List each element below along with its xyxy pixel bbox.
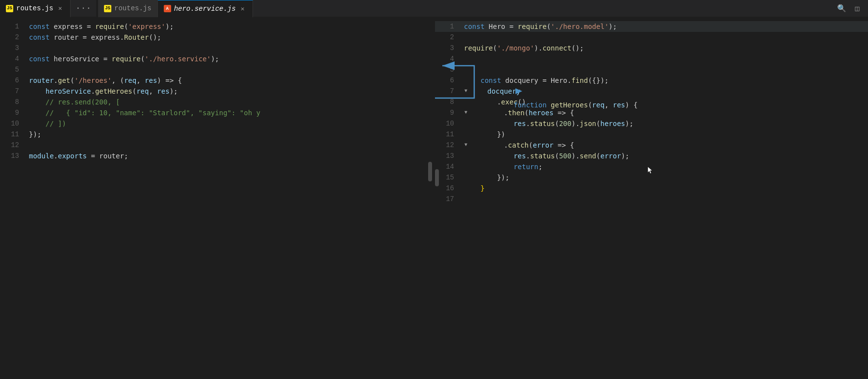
app-container: JS routes.js ✕ ··· JS routes.js A hero.s… bbox=[0, 0, 868, 379]
line-content bbox=[462, 32, 868, 43]
table-row: 8 // res.send(200, [ bbox=[0, 97, 433, 107]
right-code-area[interactable]: 1 const Hero = require('./hero.model'); … bbox=[435, 17, 868, 379]
line-number: 7 bbox=[435, 86, 462, 97]
line-content: }); bbox=[27, 129, 433, 140]
line-number: 9 bbox=[435, 107, 462, 118]
line-number: 5 bbox=[435, 64, 462, 75]
line-content: } bbox=[462, 183, 868, 194]
line-number: 16 bbox=[435, 183, 462, 194]
left-tab-label: routes.js bbox=[16, 4, 53, 12]
table-row: 9 // { "id": 10, "name": "Starlord", "sa… bbox=[0, 107, 433, 118]
line-number: 11 bbox=[0, 129, 27, 140]
line-content: res.status(200).json(heroes); bbox=[462, 118, 868, 129]
table-row: 6 router.get('/heroes', (req, res) => { bbox=[0, 75, 433, 86]
line-number: 6 bbox=[435, 75, 462, 86]
line-content: const Hero = require('./hero.model'); bbox=[462, 21, 868, 32]
left-scrollbar-track[interactable] bbox=[427, 17, 433, 379]
table-row: 5 bbox=[0, 64, 433, 75]
line-number: 10 bbox=[0, 118, 27, 129]
line-content bbox=[27, 43, 433, 53]
line-content: const heroService = require('./hero.serv… bbox=[27, 53, 433, 64]
hero-service-label: hero.service.js bbox=[174, 5, 236, 13]
editors-container: 1 const express = require('express'); 2 … bbox=[0, 17, 868, 379]
left-code-area[interactable]: 1 const express = require('express'); 2 … bbox=[0, 17, 433, 379]
collapse-icon-12[interactable]: ▼ bbox=[462, 140, 470, 151]
table-row: 1 const Hero = require('./hero.model'); bbox=[435, 21, 868, 32]
table-row: 4 const heroService = require('./hero.se… bbox=[0, 53, 433, 64]
line-content: .catch(error => { bbox=[470, 140, 868, 151]
line-content: res.status(500).send(error); bbox=[462, 151, 868, 161]
line-number: 9 bbox=[0, 107, 27, 118]
line-content: function getHeroes(req, res) { bbox=[462, 64, 868, 75]
tab-bar: JS routes.js ✕ ··· JS routes.js A hero.s… bbox=[0, 0, 868, 17]
arrow-indicator bbox=[513, 86, 524, 97]
table-row: 5 function getHeroes(req, res) { bbox=[435, 64, 868, 75]
line-number: 4 bbox=[0, 53, 27, 64]
table-row: 15 }); bbox=[435, 172, 868, 183]
line-content: const express = require('express'); bbox=[27, 21, 433, 32]
line-number: 11 bbox=[435, 129, 462, 140]
divider-scrollbar bbox=[435, 169, 439, 186]
line-number: 1 bbox=[0, 21, 27, 32]
left-tab-close[interactable]: ✕ bbox=[56, 4, 64, 12]
line-content bbox=[27, 64, 433, 75]
line-number: 12 bbox=[0, 140, 27, 151]
table-row: 10 // ]) bbox=[0, 118, 433, 129]
line-number: 3 bbox=[435, 43, 462, 53]
search-button[interactable]: 🔍 bbox=[835, 1, 848, 15]
js-icon-left: JS bbox=[6, 5, 13, 12]
line-number: 8 bbox=[435, 97, 462, 107]
table-row: 12 bbox=[0, 140, 433, 151]
table-row: 4 bbox=[435, 53, 868, 64]
table-row: 17 bbox=[435, 194, 868, 204]
right-tab-hero-service[interactable]: A hero.service.js ✕ bbox=[158, 0, 253, 17]
table-row: 11 }); bbox=[0, 129, 433, 140]
line-content bbox=[462, 194, 868, 204]
right-routes-label: routes.js bbox=[114, 4, 152, 12]
line-content: module.exports = router; bbox=[27, 151, 433, 161]
line-content: heroService.getHeroes(req, res); bbox=[27, 86, 433, 97]
line-number: 1 bbox=[435, 21, 462, 32]
line-number: 10 bbox=[435, 118, 462, 129]
line-number: 3 bbox=[0, 43, 27, 53]
line-number: 15 bbox=[435, 172, 462, 183]
table-row: 2 const router = express.Router(); bbox=[0, 32, 433, 43]
a-icon-hero-service: A bbox=[164, 5, 171, 12]
line-content: // ]) bbox=[27, 118, 433, 129]
right-editor-pane: 1 const Hero = require('./hero.model'); … bbox=[435, 17, 868, 379]
line-number: 6 bbox=[0, 75, 27, 86]
svg-marker-1 bbox=[515, 88, 522, 94]
line-content bbox=[462, 53, 868, 64]
line-content: const router = express.Router(); bbox=[27, 32, 433, 43]
table-row: 2 bbox=[435, 32, 868, 43]
line-number: 13 bbox=[0, 151, 27, 161]
table-row: 13 res.status(500).send(error); bbox=[435, 151, 868, 161]
table-row: 13 module.exports = router; bbox=[0, 151, 433, 161]
line-content: }); bbox=[462, 172, 868, 183]
table-row: 7 heroService.getHeroes(req, res); bbox=[0, 86, 433, 97]
table-row: 1 const express = require('express'); bbox=[0, 21, 433, 32]
tab-ellipsis[interactable]: ··· bbox=[71, 0, 96, 17]
right-tab-routes[interactable]: JS routes.js bbox=[98, 0, 158, 17]
line-content: docquery bbox=[470, 86, 868, 97]
left-tab-routes[interactable]: JS routes.js ✕ bbox=[0, 0, 71, 17]
table-row: 14 return; bbox=[435, 161, 868, 172]
line-number: 8 bbox=[0, 97, 27, 107]
left-editor-pane: 1 const express = require('express'); 2 … bbox=[0, 17, 433, 379]
line-number: 5 bbox=[0, 64, 27, 75]
line-content: router.get('/heroes', (req, res) => { bbox=[27, 75, 433, 86]
line-number: 13 bbox=[435, 151, 462, 161]
line-number: 4 bbox=[435, 53, 462, 64]
js-icon-right-routes: JS bbox=[104, 5, 111, 12]
table-row: 3 require('./mongo').connect(); bbox=[435, 43, 868, 53]
line-content bbox=[27, 140, 433, 151]
left-scrollbar-thumb[interactable] bbox=[428, 162, 432, 181]
tab-actions: 🔍 ◫ bbox=[835, 1, 868, 15]
line-number: 14 bbox=[435, 161, 462, 172]
line-number: 17 bbox=[435, 194, 462, 204]
line-content: require('./mongo').connect(); bbox=[462, 43, 868, 53]
line-content: }) bbox=[462, 129, 868, 140]
line-content: // res.send(200, [ bbox=[27, 97, 433, 107]
hero-service-close[interactable]: ✕ bbox=[239, 5, 247, 13]
split-editor-button[interactable]: ◫ bbox=[850, 1, 864, 15]
